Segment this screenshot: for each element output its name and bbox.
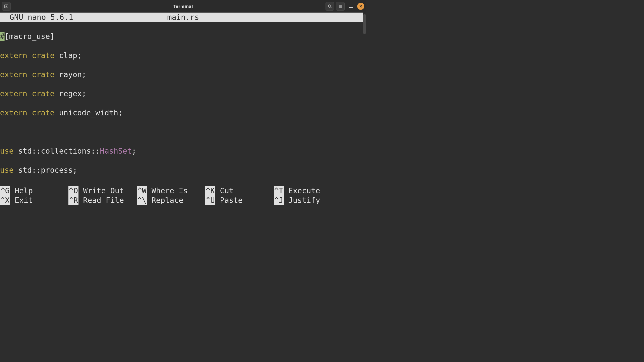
search-button[interactable] bbox=[326, 2, 334, 11]
terminal-content[interactable]: GNU nano 5.6.1 main.rs #[macro_use] exte… bbox=[0, 13, 366, 205]
shortcut-paste: ^UPaste bbox=[205, 196, 274, 205]
new-tab-button[interactable] bbox=[2, 2, 11, 11]
minimize-icon bbox=[349, 7, 353, 8]
close-button[interactable] bbox=[357, 3, 364, 10]
shortcut-readfile: ^RRead File bbox=[68, 196, 137, 205]
shortcut-justify: ^JJustify bbox=[274, 196, 342, 205]
new-tab-icon bbox=[4, 4, 9, 9]
shortcut-cut: ^KCut bbox=[205, 186, 274, 196]
svg-point-3 bbox=[328, 5, 331, 7]
hamburger-icon bbox=[338, 4, 342, 8]
code-line: use std::collections::HashSet; bbox=[0, 146, 366, 156]
svg-line-4 bbox=[331, 7, 332, 8]
scrollbar[interactable] bbox=[363, 13, 366, 205]
shortcut-exit: ^XExit bbox=[0, 196, 68, 205]
search-icon bbox=[328, 4, 332, 8]
window-title: Terminal bbox=[173, 4, 193, 9]
menu-button[interactable] bbox=[336, 2, 345, 11]
nano-shortcuts: ^GHelp ^OWrite Out ^WWhere Is ^KCut ^TEx… bbox=[0, 186, 363, 205]
code-line: use std::process; bbox=[0, 165, 366, 175]
nano-app-version: GNU nano 5.6.1 bbox=[10, 13, 73, 22]
code-line bbox=[0, 127, 366, 137]
editor-area[interactable]: #[macro_use] extern crate clap; extern c… bbox=[0, 22, 366, 205]
nano-filename: main.rs bbox=[167, 13, 199, 22]
shortcut-writeout: ^OWrite Out bbox=[68, 186, 137, 196]
code-line: extern crate regex; bbox=[0, 89, 366, 99]
code-line: extern crate unicode_width; bbox=[0, 108, 366, 118]
minimize-button[interactable] bbox=[347, 2, 355, 11]
shortcut-help: ^GHelp bbox=[0, 186, 68, 196]
shortcut-whereis: ^WWhere Is bbox=[137, 186, 205, 196]
nano-titlebar: GNU nano 5.6.1 main.rs bbox=[0, 13, 363, 22]
svg-rect-8 bbox=[349, 7, 353, 8]
code-line: extern crate clap; bbox=[0, 51, 366, 60]
code-line: #[macro_use] bbox=[0, 32, 366, 41]
cursor: # bbox=[0, 32, 5, 41]
window-titlebar: Terminal bbox=[0, 0, 366, 13]
code-line: extern crate rayon; bbox=[0, 70, 366, 79]
shortcut-replace: ^\Replace bbox=[137, 196, 205, 205]
shortcut-execute: ^TExecute bbox=[274, 186, 342, 196]
close-icon bbox=[359, 5, 362, 8]
scrollbar-thumb[interactable] bbox=[363, 14, 366, 34]
